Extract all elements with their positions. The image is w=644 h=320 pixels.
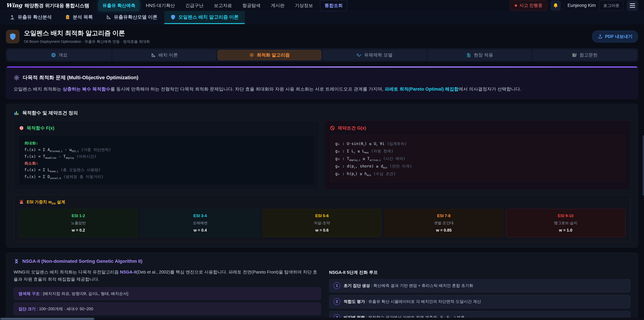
content-tab[interactable]: 배치 이론	[113, 50, 216, 60]
content-tab[interactable]: 참고문헌	[533, 50, 636, 60]
logo-title: 해양환경 위기대응 통합시스템	[24, 2, 89, 9]
esi-card-grid: ESI 1-2노출암반w = 0.2ESI 3-4모래해변w = 0.4ESI …	[19, 209, 625, 237]
subnav-tab-label: 오일펜스 배치 알고리즘 이론	[178, 14, 238, 20]
nsga-right-column: NSGA-II 5단계 진화 루프 1초기 집단 생성 : 확산예측 결과 기반…	[329, 268, 630, 320]
nsga-section: NSGA-II (Non-dominated Sorting Genetic A…	[6, 252, 638, 320]
esi-weight-box: ESI 가중치 wESI 설계 ESI 1-2노출암반w = 0.2ESI 3-…	[14, 195, 630, 242]
formula-line: g₃ : Tdeploy,i ≤ Tarrive,i (시간 제약)	[335, 155, 620, 162]
esi-card: ESI 9-10맹그로브·습지w = 1.0	[506, 209, 625, 237]
definition-section: 목적함수 및 제약조건 정의 목적함수 F(x) 최대화:f₁(x) = Σ A…	[6, 104, 638, 247]
clipboard-icon	[65, 15, 70, 20]
ruler-icon	[151, 53, 156, 58]
horizontal-scrollbar[interactable]	[0, 318, 644, 320]
esi-card: ESI 5-6자갈·조약w = 0.6	[262, 209, 382, 237]
status-dot-icon	[515, 4, 517, 7]
content-tab-label: 참고문헌	[580, 52, 598, 58]
objective-function-box: 목적함수 F(x) 최대화:f₁(x) = Σ Ablocked,i · wES…	[14, 121, 320, 190]
nsga-param-label: 집단 크기	[18, 306, 36, 311]
esi-range: ESI 7-8	[386, 213, 502, 218]
export-icon	[598, 34, 603, 39]
formula-line: g₁ : U·sin(θi) ≤ Uc ∀i (임계유속)	[335, 140, 620, 148]
highlight-text: NSGA-II	[120, 269, 136, 274]
nav-divider	[94, 2, 94, 9]
siren-icon	[19, 199, 24, 205]
constraint-title: 제약조건 G(x)	[338, 125, 366, 131]
nav-item[interactable]: 유출유 확산예측	[98, 0, 140, 11]
page-header: 오일펜스 배치 최적화 알고리즘 이론 Oil Boom Deployment …	[0, 24, 644, 48]
nav-item[interactable]: 긴급구난	[181, 0, 208, 11]
hamburger-menu-button[interactable]	[627, 1, 638, 11]
vertical-scrollbar[interactable]	[642, 11, 644, 318]
content-tab[interactable]: 최적화 알고리즘	[218, 50, 321, 60]
formula-line: f₄(x) = Σ Dvessel,k (방제정 총 이동거리)	[24, 173, 309, 180]
nav-item[interactable]: 통합조회	[320, 0, 347, 11]
pdf-export-label: PDF 내보내기	[605, 34, 632, 40]
highlight-text: 상충하는 복수 목적함수	[63, 87, 110, 92]
user-name: Eunjeong Kim	[568, 3, 596, 8]
bar-chart-icon	[14, 110, 19, 116]
esi-card: ESI 3-4모래해변w = 0.4	[140, 209, 260, 237]
section-accent-bar	[6, 67, 638, 68]
objective-title: 목적함수 F(x)	[27, 125, 54, 131]
step-description: : 확산예측 결과 기반 랜덤 + 휴리스틱 배치안 혼합 초기화	[370, 283, 473, 288]
hamburger-icon	[630, 3, 635, 4]
content-tab-label: 최적화 알고리즘	[257, 52, 290, 58]
formula-line: g₂ : Σ Lj ≤ Lmax (자원 한계)	[335, 147, 620, 155]
formula-line: f₂(x) = Tdeadline - Tdeploy (여유시간)	[24, 153, 309, 160]
page-subtitle: Oil Boom Deployment Optimization · 유출유 확…	[24, 39, 150, 44]
nsga-param-value: : 100~200개체 · 세대수 50~200	[36, 306, 93, 311]
nav-item[interactable]: 게시판	[266, 0, 289, 11]
multi-objective-paragraph: 오일펜스 배치 최적화는 상충하는 복수 목적함수를 동시에 만족해야 하는 전…	[14, 85, 630, 93]
paragraph-text: 에서 의사결정자가 선택합니다.	[459, 87, 522, 92]
horizontal-scrollbar-thumb[interactable]	[0, 318, 94, 320]
esi-label: 갯벌·조간대	[386, 220, 502, 225]
nav-item[interactable]: 기상정보	[290, 0, 317, 11]
step-number-icon: 2	[334, 298, 340, 305]
page-title: 오일펜스 배치 최적화 알고리즘 이론	[24, 29, 150, 38]
subnav-tab[interactable]: 유출유 확산분석	[4, 11, 58, 24]
formula-line: 최소화:	[24, 160, 309, 167]
step-label: 초기 집단 생성	[344, 283, 370, 288]
nav-item[interactable]: HNS·대기확산	[142, 0, 179, 11]
constraint-box: 제약조건 G(x) g₁ : U·sin(θi) ≤ Uc ∀i (임계유속)g…	[324, 121, 630, 190]
main-nav: 유출유 확산예측HNS·대기확산긴급구난보고자료항공탐색게시판기상정보통합조회	[98, 0, 506, 11]
esi-card: ESI 7-8갯벌·조간대w = 0.85	[384, 209, 503, 237]
multi-objective-section: 다목적 최적화 문제 (Multi-Objective Optimization…	[6, 66, 638, 99]
esi-range: ESI 5-6	[264, 213, 380, 218]
nsga-loop-step: 1초기 집단 생성 : 확산예측 결과 기반 랜덤 + 휴리스틱 배치안 혼합 …	[329, 279, 630, 292]
nav-divider	[564, 2, 564, 9]
books-icon	[572, 53, 577, 58]
definition-title: 목적함수 및 제약조건 정의	[22, 110, 78, 116]
vertical-scrollbar-thumb[interactable]	[643, 135, 644, 196]
subnav-tab[interactable]: 유출유확산모델 이론	[100, 11, 164, 24]
nav-item[interactable]: 보고자료	[210, 0, 236, 11]
nsga-paragraph: WING의 오일펜스 배치 최적화는 다목적 유전알고리즘 NSGA-II(De…	[14, 268, 321, 283]
content-tab[interactable]: 유체역학 모델	[323, 50, 426, 60]
esi-range: ESI 1-2	[21, 213, 136, 218]
content-tab[interactable]: 개요	[8, 50, 111, 60]
logout-button[interactable]: 로그아웃	[599, 1, 624, 11]
subnav-tab[interactable]: 분석 목록	[59, 11, 99, 24]
nav-right-cluster: 사고 진행중 Eunjeong Kim 로그아웃	[510, 0, 638, 11]
globe-icon	[51, 53, 56, 58]
nsga-param-row: 염색체 구조 : [배치지점 좌표, 방향각θ, 길이L, 형태, 배치순서]	[14, 287, 321, 300]
paragraph-text: 를 동시에 만족해야 하는 전형적인 다목적 최적화 문제입니다. 차단 효율 …	[110, 87, 385, 92]
esi-weight: w = 0.2	[21, 228, 136, 233]
shield-icon	[9, 33, 16, 40]
content-tabbar: 개요배치 이론최적화 알고리즘유체역학 모델현장 적용참고문헌	[6, 49, 638, 62]
gear-icon	[14, 75, 20, 81]
notifications-button[interactable]	[550, 1, 561, 11]
step-label: 적합도 평가	[344, 299, 365, 304]
nsga-loop-title: NSGA-II 5단계 진화 루프	[329, 269, 630, 275]
step-description: : 유출유 확산 시뮬레이터로 각 배치안의 차단면적·도달시간 계산	[365, 299, 481, 304]
target-icon	[19, 125, 24, 131]
esi-label: 자갈·조약	[264, 220, 380, 225]
nsga-param-value: : [배치지점 좌표, 방향각θ, 길이L, 형태, 배치순서]	[40, 291, 128, 296]
app-logo[interactable]: Wing 해양환경 위기대응 통합시스템	[6, 2, 89, 9]
nav-item[interactable]: 항공탐색	[238, 0, 265, 11]
subnav-tab[interactable]: 오일펜스 배치 알고리즘 이론	[164, 11, 244, 24]
logo-wing: Wing	[6, 2, 22, 9]
formula-line: g₅ : h(pi) ≥ hmin (수심 조건)	[335, 170, 620, 178]
pdf-export-button[interactable]: PDF 내보내기	[592, 31, 638, 43]
content-tab[interactable]: 현장 적용	[428, 50, 532, 60]
